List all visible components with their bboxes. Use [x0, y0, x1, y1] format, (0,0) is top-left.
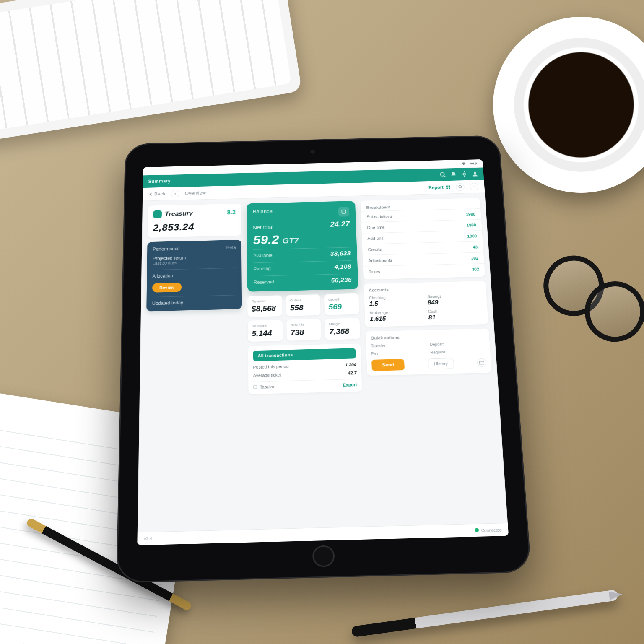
card-icon-button[interactable] [477, 358, 486, 367]
svg-point-3 [440, 173, 444, 176]
transactions-row-0-v: 1,204 [345, 362, 356, 367]
quick-actions-panel: Quick actions Transfer Deposit Pay Reque… [366, 328, 492, 376]
hero-row-2-v: 60,236 [331, 277, 352, 284]
metric-3[interactable]: Sessions5,144 [248, 320, 283, 342]
sidebar-cta-button[interactable]: Review [152, 283, 182, 293]
metric-2-lbl: Growth [328, 297, 355, 301]
brand-name-text: Treasury [165, 210, 192, 218]
account-0[interactable]: Checking1.5 [369, 295, 424, 307]
list-item-5[interactable]: Taxes302 [363, 263, 485, 278]
hero-dock-icon[interactable] [338, 207, 350, 217]
right-column: Breakdown Subscriptions1980 One-time1980… [361, 198, 501, 520]
list-item-2-k: Add-ons [367, 236, 384, 241]
account-3[interactable]: Cash81 [428, 308, 483, 321]
list-item-1-k: One-time [367, 225, 385, 230]
grid-icon [446, 185, 451, 189]
qa-0[interactable]: Transfer [371, 343, 426, 348]
brand-headline: 2,853.24 [153, 221, 236, 234]
hero-row-0: Available38,638 [253, 247, 351, 259]
metric-0[interactable]: Revenue$8,568 [247, 295, 282, 317]
qa-2[interactable]: Pay [371, 351, 426, 356]
sidebar: Treasury 8.2 2,853.24 Performance Beta P… [143, 204, 244, 527]
list-item-0-k: Subscriptions [366, 214, 392, 218]
list-item-3-v: 43 [473, 245, 478, 249]
footer-status: Connected [475, 527, 502, 533]
list-item-5-v: 302 [472, 267, 479, 272]
footer-version: v2.4 [144, 536, 152, 541]
tablet-home-button[interactable] [312, 545, 335, 567]
back-button[interactable]: Back [149, 191, 166, 197]
chevron-left-icon [149, 192, 153, 196]
hero-row-0-k: Available [253, 253, 273, 258]
metric-1-val: 558 [290, 303, 317, 312]
back-label: Back [154, 191, 166, 197]
sidebar-card-title: Performance [153, 246, 179, 252]
metric-0-val: $8,568 [252, 304, 278, 313]
svg-rect-8 [448, 185, 450, 187]
metric-4-lbl: Refunds [291, 323, 317, 327]
subhead-label: Overview [185, 190, 206, 196]
qa-2-k: Pay [371, 352, 378, 356]
desk-glasses [531, 244, 644, 356]
account-0-k: Checking [369, 296, 386, 300]
svg-rect-7 [446, 185, 448, 187]
metric-1-lbl: Orders [290, 298, 316, 302]
more-round-button[interactable]: ⋯ [470, 183, 478, 191]
transactions-card: All transactions Posted this period1,204… [248, 343, 362, 394]
accounts-title: Accounts [369, 286, 481, 293]
transactions-toggle-label: Tabular [260, 384, 274, 390]
metric-5[interactable]: Margin7,358 [325, 318, 360, 340]
search-icon[interactable] [439, 172, 446, 177]
transactions-row-0: Posted this period1,204 [253, 362, 356, 369]
transactions-export-link[interactable]: Export [343, 382, 357, 387]
metric-5-lbl: Margin [329, 322, 356, 326]
bell-icon[interactable] [450, 171, 457, 177]
svg-rect-13 [342, 210, 346, 214]
sidebar-card-line2: Allocation [152, 268, 236, 279]
tab-report[interactable]: Report [428, 184, 451, 190]
brand-card: Treasury 8.2 2,853.24 [148, 204, 242, 238]
metric-1[interactable]: Orders558 [286, 294, 321, 316]
list-item-2-v: 1980 [467, 234, 477, 239]
history-button[interactable]: History [428, 358, 454, 369]
account-0-v: 1.5 [369, 299, 424, 307]
transactions-banner[interactable]: All transactions [253, 348, 356, 361]
svg-rect-1 [470, 163, 474, 164]
hero-badge: 24.27 [330, 220, 350, 229]
sidebar-card: Performance Beta Projected return Last 3… [146, 240, 242, 312]
brand-name: Treasury [153, 210, 192, 218]
svg-rect-9 [446, 187, 448, 189]
footer-status-text: Connected [481, 527, 502, 532]
metric-4-val: 738 [291, 328, 317, 337]
svg-point-11 [458, 185, 461, 188]
metric-4[interactable]: Refunds738 [286, 319, 322, 341]
hero-row-1-k: Pending [254, 266, 271, 272]
transactions-row-1-k: Average ticket [253, 372, 281, 377]
transactions-toggle[interactable]: Tabular [253, 384, 275, 390]
card-icon [479, 361, 484, 364]
settings-icon[interactable] [461, 171, 468, 177]
hero-value: 59.2GT7 [253, 231, 351, 246]
desk-coffee [493, 17, 644, 193]
list-item-4-v: 302 [471, 256, 478, 260]
metric-2[interactable]: Growth569 [324, 293, 359, 315]
send-button[interactable]: Send [371, 359, 405, 371]
user-icon[interactable] [472, 171, 478, 177]
hero-row-2-k: Reserved [254, 280, 274, 285]
list-item-0-v: 1980 [466, 212, 475, 217]
search-round-button[interactable] [456, 183, 465, 191]
account-1-k: Savings [427, 294, 441, 299]
qa-1[interactable]: Deposit [430, 341, 485, 347]
metric-3-val: 5,144 [252, 329, 279, 338]
account-2[interactable]: Brokerage1,615 [369, 310, 424, 322]
qa-3-k: Request [430, 350, 445, 355]
metric-0-lbl: Revenue [252, 299, 278, 303]
svg-rect-2 [476, 163, 477, 164]
hero-row-0-v: 38,638 [330, 250, 351, 257]
account-1[interactable]: Savings849 [427, 293, 482, 306]
metric-5-val: 7,358 [329, 327, 356, 336]
qa-3[interactable]: Request [430, 349, 486, 355]
desk-silver-pen [351, 589, 618, 638]
hero-value-unit: GT7 [282, 236, 299, 245]
battery-icon [470, 162, 477, 165]
